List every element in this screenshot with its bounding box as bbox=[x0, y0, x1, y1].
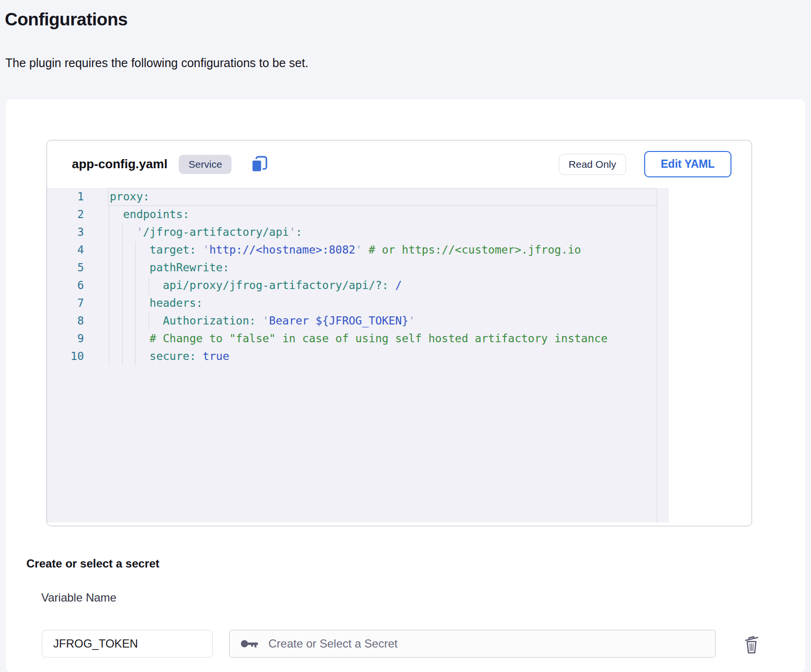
code-line: 9 # Change to "false" in case of using s… bbox=[47, 330, 657, 348]
code-line: 2 endpoints: bbox=[47, 206, 657, 223]
line-number: 6 bbox=[47, 277, 84, 294]
code-line-text: api/proxy/jfrog-artifactory/api/?: / bbox=[110, 277, 402, 294]
indent-guide bbox=[109, 330, 109, 348]
code-line: 10 secure: true bbox=[47, 348, 657, 365]
code-line: 7 headers: bbox=[47, 294, 657, 312]
code-line-text: headers: bbox=[110, 294, 203, 312]
indent-guide bbox=[109, 259, 109, 277]
file-name: app-config.yaml bbox=[72, 157, 167, 172]
line-number: 7 bbox=[47, 294, 84, 312]
code-line-text: # Change to "false" in case of using sel… bbox=[110, 330, 608, 348]
line-number: 2 bbox=[47, 206, 84, 223]
code-line: 6 api/proxy/jfrog-artifactory/api/?: / bbox=[47, 277, 657, 294]
code-line-text: endpoints: bbox=[110, 206, 189, 223]
variable-name-label: Variable Name bbox=[41, 591, 116, 604]
code-card-header: app-config.yaml Service Read Only Edit Y… bbox=[47, 140, 752, 188]
edit-yaml-button[interactable]: Edit YAML bbox=[644, 151, 731, 177]
copy-button[interactable] bbox=[249, 154, 270, 175]
line-number: 5 bbox=[47, 259, 84, 277]
scrollbar-track[interactable] bbox=[657, 188, 669, 522]
secret-select[interactable]: Create or Select a Secret bbox=[229, 630, 716, 658]
delete-secret-button[interactable] bbox=[740, 632, 763, 657]
code-line-text: secure: true bbox=[110, 348, 229, 365]
line-number: 10 bbox=[47, 348, 84, 365]
indent-guide bbox=[109, 348, 109, 365]
indent-guide bbox=[109, 277, 109, 294]
content-panel: app-config.yaml Service Read Only Edit Y… bbox=[6, 99, 805, 672]
read-only-badge: Read Only bbox=[559, 154, 626, 175]
code-line-text: Authorization: 'Bearer ${JFROG_TOKEN}' bbox=[110, 312, 415, 330]
code-line: 8 Authorization: 'Bearer ${JFROG_TOKEN}' bbox=[47, 312, 657, 330]
indent-guide bbox=[109, 312, 109, 330]
secret-heading: Create or select a secret bbox=[26, 557, 160, 570]
service-badge: Service bbox=[179, 155, 232, 174]
key-icon bbox=[240, 638, 260, 649]
card-header-actions: Read Only Edit YAML bbox=[559, 151, 731, 177]
indent-guide bbox=[109, 294, 109, 312]
code-card: app-config.yaml Service Read Only Edit Y… bbox=[46, 140, 752, 526]
code-line: 5 pathRewrite: bbox=[47, 259, 657, 277]
code-line: 4 target: 'http://<hostname>:8082' # or … bbox=[47, 241, 657, 259]
code-editor[interactable]: 1proxy:2 endpoints:3 '/jfrog-artifactory… bbox=[47, 188, 669, 522]
line-number: 9 bbox=[47, 330, 84, 348]
code-line-text: '/jfrog-artifactory/api': bbox=[110, 223, 302, 241]
indent-guide bbox=[109, 206, 109, 223]
trash-icon bbox=[742, 634, 761, 655]
page-title: Configurations bbox=[5, 10, 127, 30]
code-line: 1proxy: bbox=[47, 188, 657, 206]
code-line-text: pathRewrite: bbox=[110, 259, 229, 277]
code-line: 3 '/jfrog-artifactory/api': bbox=[47, 223, 657, 241]
code-line-text: target: 'http://<hostname>:8082' # or ht… bbox=[110, 241, 581, 259]
line-number: 4 bbox=[47, 241, 84, 259]
copy-icon bbox=[250, 155, 268, 174]
indent-guide bbox=[109, 223, 109, 241]
line-number: 3 bbox=[47, 223, 84, 241]
variable-name-input[interactable] bbox=[42, 630, 213, 658]
indent-guide bbox=[109, 241, 109, 259]
secret-select-placeholder: Create or Select a Secret bbox=[268, 637, 397, 650]
line-number: 1 bbox=[47, 188, 84, 206]
page-subtitle: The plugin requires the following config… bbox=[5, 56, 308, 70]
line-number: 8 bbox=[47, 312, 84, 330]
code-line-text: proxy: bbox=[110, 188, 150, 206]
